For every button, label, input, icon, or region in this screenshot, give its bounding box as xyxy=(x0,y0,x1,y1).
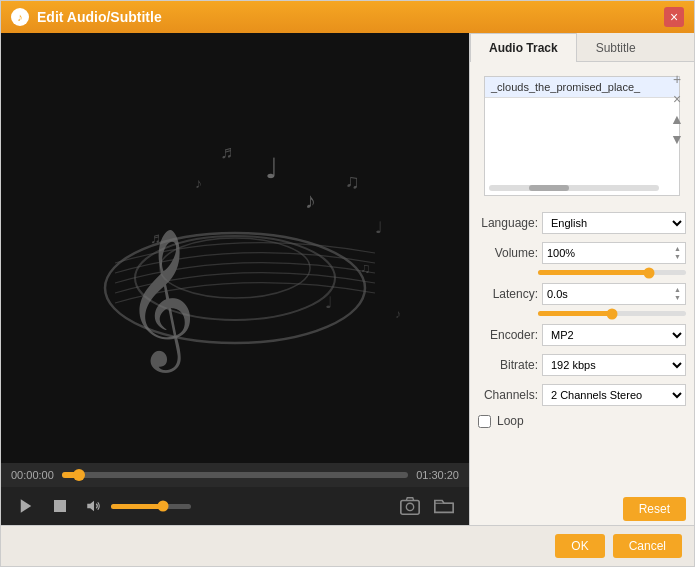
volume-track[interactable] xyxy=(538,270,686,275)
track-list[interactable]: _clouds_the_promised_place_ xyxy=(484,76,680,196)
track-remove-button[interactable]: × xyxy=(668,90,686,108)
svg-text:♬: ♬ xyxy=(220,142,234,162)
svg-text:♩: ♩ xyxy=(375,219,383,236)
bottom-bar: OK Cancel xyxy=(1,525,694,566)
volume-icon xyxy=(85,497,103,515)
video-area: 𝄞 ♩ ♪ ♫ ♬ ♩ ♪ ♫ ♩ ♬ ♪ xyxy=(1,33,469,463)
folder-button[interactable] xyxy=(433,495,455,517)
loop-label: Loop xyxy=(497,414,524,428)
volume-slider-thumb xyxy=(644,267,655,278)
svg-point-18 xyxy=(406,503,413,510)
progress-thumb xyxy=(73,469,85,481)
track-side-buttons: + × ▲ ▼ xyxy=(666,68,688,150)
camera-icon xyxy=(399,495,421,517)
volume-thumb xyxy=(158,501,169,512)
svg-text:♪: ♪ xyxy=(305,188,316,213)
svg-text:♪: ♪ xyxy=(395,307,401,321)
latency-spinbox-arrows[interactable]: ▲ ▼ xyxy=(674,284,681,304)
settings-panel: Audio Track Subtitle _clouds_the_promise… xyxy=(469,33,694,525)
title-icon: ♪ xyxy=(11,8,29,26)
latency-row: Latency: 0.0s ▲ ▼ xyxy=(470,279,694,309)
dialog-title: Edit Audio/Subtitle xyxy=(37,9,162,25)
titlebar: ♪ Edit Audio/Subtitle × xyxy=(1,1,694,33)
loop-checkbox[interactable] xyxy=(478,415,491,428)
latency-track[interactable] xyxy=(538,311,686,316)
volume-value: 100% xyxy=(547,247,575,259)
time-total: 01:30:20 xyxy=(416,469,459,481)
volume-down-arrow[interactable]: ▼ xyxy=(674,253,681,261)
language-label: Language: xyxy=(478,216,538,230)
volume-slider[interactable] xyxy=(111,504,191,509)
main-content: 𝄞 ♩ ♪ ♫ ♬ ♩ ♪ ♫ ♩ ♬ ♪ xyxy=(1,33,694,525)
volume-up-arrow[interactable]: ▲ xyxy=(674,245,681,253)
latency-slider-row xyxy=(470,309,694,320)
channels-select[interactable]: 2 Channels Stereo 1 Channel Mono 5.1 Sur… xyxy=(542,384,686,406)
svg-marker-16 xyxy=(87,501,94,512)
channels-label: Channels: xyxy=(478,388,538,402)
track-list-container: _clouds_the_promised_place_ + × ▲ ▼ xyxy=(476,68,688,204)
play-button[interactable] xyxy=(15,495,37,517)
bitrate-row: Bitrate: 128 kbps 192 kbps 256 kbps 320 … xyxy=(470,350,694,380)
svg-marker-14 xyxy=(21,499,32,513)
track-down-button[interactable]: ▼ xyxy=(668,130,686,148)
stop-icon xyxy=(51,497,69,515)
music-visual: 𝄞 ♩ ♪ ♫ ♬ ♩ ♪ ♫ ♩ ♬ ♪ xyxy=(65,88,405,408)
encoder-select[interactable]: MP2 MP3 AAC xyxy=(542,324,686,346)
track-up-button[interactable]: ▲ xyxy=(668,110,686,128)
latency-slider-fill xyxy=(538,311,612,316)
right-settings-actions: Reset xyxy=(470,493,694,525)
settings-spacer xyxy=(470,432,694,493)
encoder-row: Encoder: MP2 MP3 AAC xyxy=(470,320,694,350)
volume-slider-fill xyxy=(538,270,649,275)
track-item[interactable]: _clouds_the_promised_place_ xyxy=(485,77,679,98)
progress-track[interactable] xyxy=(62,472,408,478)
folder-icon xyxy=(433,495,455,517)
svg-text:♪: ♪ xyxy=(195,175,202,191)
volume-area xyxy=(83,495,191,517)
svg-text:♬: ♬ xyxy=(150,229,161,246)
svg-text:♩: ♩ xyxy=(265,153,278,184)
latency-slider-thumb xyxy=(607,308,618,319)
volume-row: Volume: 100% ▲ ▼ xyxy=(470,238,694,268)
language-row: Language: English French German xyxy=(470,208,694,238)
latency-spinbox[interactable]: 0.0s ▲ ▼ xyxy=(542,283,686,305)
track-scrollbar-thumb xyxy=(529,185,569,191)
titlebar-left: ♪ Edit Audio/Subtitle xyxy=(11,8,162,26)
player-panel: 𝄞 ♩ ♪ ♫ ♬ ♩ ♪ ♫ ♩ ♬ ♪ xyxy=(1,33,469,525)
loop-row: Loop xyxy=(470,410,694,432)
language-select[interactable]: English French German xyxy=(542,212,686,234)
latency-label: Latency: xyxy=(478,287,538,301)
channels-row: Channels: 2 Channels Stereo 1 Channel Mo… xyxy=(470,380,694,410)
play-icon xyxy=(17,497,35,515)
volume-fill xyxy=(111,504,163,509)
svg-text:♫: ♫ xyxy=(345,170,360,192)
close-button[interactable]: × xyxy=(664,7,684,27)
controls-bar xyxy=(1,487,469,525)
latency-down-arrow[interactable]: ▼ xyxy=(674,294,681,302)
bitrate-label: Bitrate: xyxy=(478,358,538,372)
tab-subtitle[interactable]: Subtitle xyxy=(577,33,655,62)
reset-button[interactable]: Reset xyxy=(623,497,686,521)
tabs-bar: Audio Track Subtitle xyxy=(470,33,694,62)
track-scrollbar[interactable] xyxy=(489,185,659,191)
volume-label: Volume: xyxy=(478,246,538,260)
volume-spinbox[interactable]: 100% ▲ ▼ xyxy=(542,242,686,264)
timeline-bar: 00:00:00 01:30:20 xyxy=(1,463,469,487)
volume-slider-row xyxy=(470,268,694,279)
edit-audio-subtitle-dialog: ♪ Edit Audio/Subtitle × xyxy=(0,0,695,567)
screenshot-button[interactable] xyxy=(399,495,421,517)
volume-button[interactable] xyxy=(83,495,105,517)
bitrate-select[interactable]: 128 kbps 192 kbps 256 kbps 320 kbps xyxy=(542,354,686,376)
ok-button[interactable]: OK xyxy=(555,534,604,558)
tab-audio-track[interactable]: Audio Track xyxy=(470,33,577,62)
cancel-button[interactable]: Cancel xyxy=(613,534,682,558)
latency-value: 0.0s xyxy=(547,288,568,300)
latency-up-arrow[interactable]: ▲ xyxy=(674,286,681,294)
volume-spinbox-arrows[interactable]: ▲ ▼ xyxy=(674,243,681,263)
svg-text:♩: ♩ xyxy=(325,294,333,311)
encoder-label: Encoder: xyxy=(478,328,538,342)
stop-button[interactable] xyxy=(49,495,71,517)
time-current: 00:00:00 xyxy=(11,469,54,481)
track-add-button[interactable]: + xyxy=(668,70,686,88)
svg-rect-15 xyxy=(54,500,66,512)
